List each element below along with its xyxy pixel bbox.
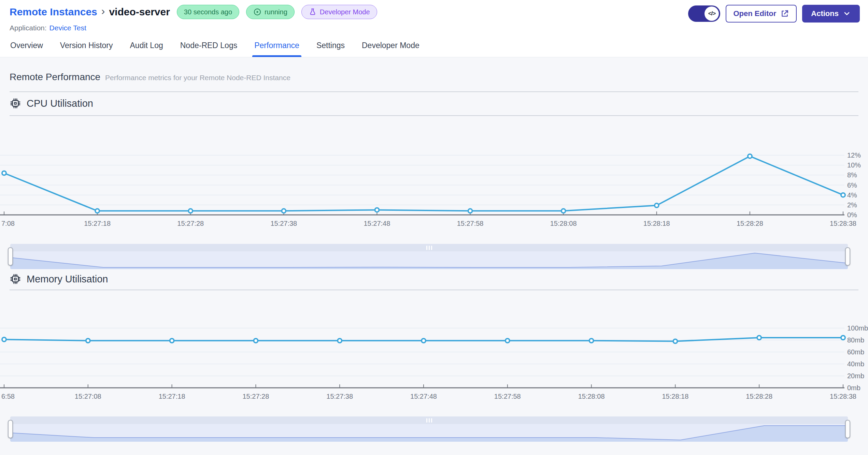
svg-text:7:08: 7:08 (1, 220, 15, 227)
svg-text:15:27:38: 15:27:38 (326, 393, 353, 400)
last-seen-badge-label: 30 seconds ago (184, 8, 232, 16)
cpu-section-title: CPU Utilisation (27, 98, 93, 109)
actions-button[interactable]: Actions (802, 5, 860, 23)
tab-overview[interactable]: Overview (10, 41, 44, 57)
last-seen-badge: 30 seconds ago (177, 5, 239, 19)
svg-text:15:28:18: 15:28:18 (643, 220, 670, 227)
svg-text:15:27:48: 15:27:48 (364, 220, 390, 227)
page-title: Remote Performance (10, 72, 100, 83)
svg-text:15:28:18: 15:28:18 (662, 393, 688, 400)
memory-chart-brush[interactable] (10, 416, 848, 442)
svg-text:15:28:08: 15:28:08 (578, 393, 605, 400)
status-badge: running (246, 5, 295, 19)
svg-text:10%: 10% (847, 161, 861, 169)
svg-text:6:58: 6:58 (1, 393, 15, 400)
svg-text:15:27:38: 15:27:38 (270, 220, 297, 227)
tab-developer-mode[interactable]: Developer Mode (361, 41, 420, 57)
svg-text:100mb: 100mb (847, 324, 868, 332)
svg-text:4%: 4% (847, 191, 857, 199)
memory-brush-handle-right[interactable] (845, 420, 850, 438)
developer-mode-badge: Developer Mode (301, 5, 377, 19)
code-icon: </> (705, 6, 719, 21)
memory-brush-minimap[interactable] (10, 424, 848, 442)
svg-text:15:27:58: 15:27:58 (457, 220, 484, 227)
svg-text:15:27:18: 15:27:18 (159, 393, 185, 400)
memory-brush-strip[interactable] (10, 416, 848, 424)
cpu-chart: 0%2%4%6%8%10%12%7:0815:27:1815:27:2815:2… (0, 116, 868, 230)
breadcrumb-current-instance: video-server (109, 6, 170, 18)
instance-tabbar: Overview Version History Audit Log Node-… (0, 32, 868, 57)
breadcrumb: Remote Instances › video-server (10, 5, 170, 18)
svg-text:0%: 0% (847, 211, 857, 219)
brush-grip-icon[interactable] (426, 246, 432, 250)
performance-page: Remote Performance Performance metrics f… (0, 57, 868, 455)
tab-performance[interactable]: Performance (254, 41, 300, 57)
cpu-utilisation-section: CPU Utilisation 0%2%4%6%8%10%12%7:0815:2… (0, 98, 868, 269)
cpu-brush-strip[interactable] (10, 244, 848, 251)
developer-mode-toggle[interactable]: </> (688, 5, 720, 22)
page-subtitle: Performance metrics for your Remote Node… (105, 74, 290, 82)
actions-label: Actions (811, 9, 839, 18)
tab-node-red-logs[interactable]: Node-RED Logs (180, 41, 238, 57)
memory-section-head: Memory Utilisation (0, 273, 868, 285)
status-badge-label: running (265, 8, 287, 16)
cpu-chart-brush[interactable] (10, 244, 848, 269)
developer-mode-badge-label: Developer Mode (320, 8, 370, 16)
svg-text:15:28:28: 15:28:28 (737, 220, 763, 227)
svg-text:15:28:38: 15:28:38 (830, 393, 856, 400)
svg-text:15:27:28: 15:27:28 (242, 393, 269, 400)
cpu-chip-icon (10, 98, 21, 109)
cpu-brush-handle-left[interactable] (8, 247, 13, 266)
chevron-down-icon (843, 10, 851, 18)
brush-grip-icon[interactable] (426, 418, 432, 423)
svg-text:20mb: 20mb (847, 372, 864, 380)
svg-text:15:28:28: 15:28:28 (746, 393, 772, 400)
play-circle-icon (253, 8, 261, 16)
svg-text:40mb: 40mb (847, 360, 864, 368)
svg-text:12%: 12% (847, 151, 861, 159)
svg-text:15:27:58: 15:27:58 (494, 393, 521, 400)
svg-text:15:27:08: 15:27:08 (75, 393, 101, 400)
breadcrumb-remote-instances-link[interactable]: Remote Instances (10, 6, 97, 18)
cpu-section-head: CPU Utilisation (0, 98, 868, 109)
svg-text:15:27:48: 15:27:48 (410, 393, 437, 400)
svg-text:15:27:18: 15:27:18 (84, 220, 111, 227)
flask-icon (309, 8, 317, 16)
header-actions: </> Open Editor Actions (688, 5, 860, 23)
application-row: Application: Device Test (10, 24, 377, 32)
breadcrumb-separator-icon: › (101, 5, 106, 18)
svg-text:15:27:28: 15:27:28 (177, 220, 204, 227)
tab-settings[interactable]: Settings (316, 41, 345, 57)
memory-chart: 0mb20mb40mb60mb80mb100mb6:5815:27:0815:2… (0, 290, 868, 403)
cpu-chip-icon (10, 273, 21, 285)
header-left: Remote Instances › video-server 30 secon… (10, 5, 377, 32)
application-link[interactable]: Device Test (49, 24, 86, 32)
svg-text:60mb: 60mb (847, 348, 864, 356)
tab-version-history[interactable]: Version History (59, 41, 114, 57)
external-link-icon (780, 9, 789, 18)
cpu-brush-handle-right[interactable] (845, 247, 850, 266)
svg-text:6%: 6% (847, 181, 857, 189)
svg-text:15:28:38: 15:28:38 (830, 220, 856, 227)
memory-section-title: Memory Utilisation (27, 274, 108, 285)
memory-utilisation-section: Memory Utilisation 0mb20mb40mb60mb80mb10… (0, 273, 868, 442)
svg-text:15:28:08: 15:28:08 (550, 220, 577, 227)
svg-text:2%: 2% (847, 201, 857, 209)
divider (10, 91, 858, 92)
tab-audit-log[interactable]: Audit Log (129, 41, 164, 57)
page-head: Remote Performance Performance metrics f… (0, 72, 868, 83)
svg-text:80mb: 80mb (847, 336, 864, 344)
cpu-brush-minimap[interactable] (10, 251, 848, 269)
open-editor-label: Open Editor (733, 9, 776, 18)
application-label: Application: (10, 24, 47, 32)
memory-brush-handle-left[interactable] (8, 420, 13, 438)
header: Remote Instances › video-server 30 secon… (0, 0, 868, 32)
svg-text:8%: 8% (847, 171, 857, 179)
open-editor-button[interactable]: Open Editor (726, 5, 797, 23)
svg-text:0mb: 0mb (847, 384, 860, 392)
